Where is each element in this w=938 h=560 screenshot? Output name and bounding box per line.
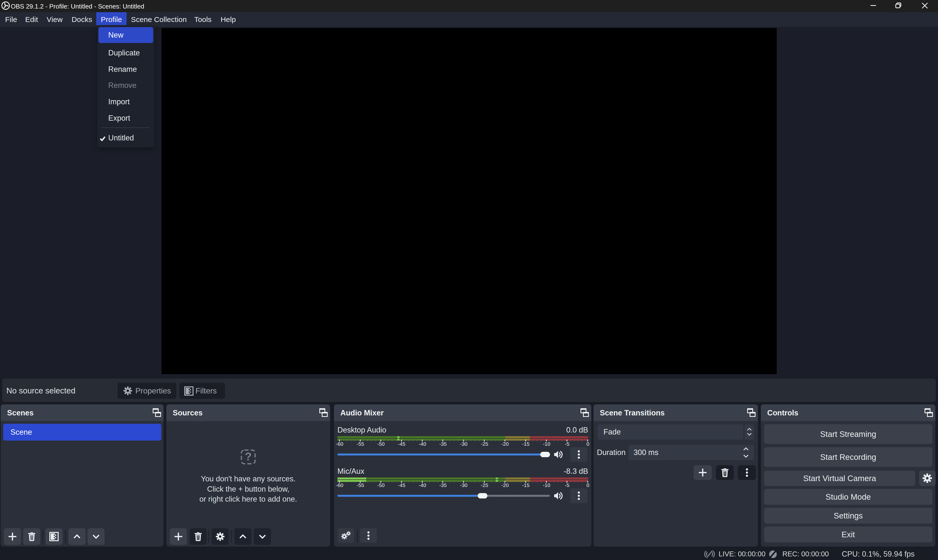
svg-text:?: ? <box>245 450 252 463</box>
